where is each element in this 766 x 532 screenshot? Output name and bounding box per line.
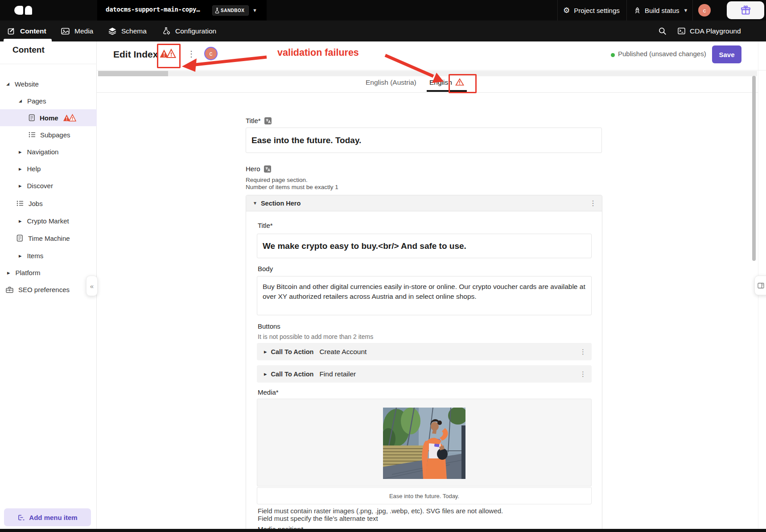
sidebar-item-label: Discover bbox=[27, 182, 53, 190]
cta-value: Create Account bbox=[319, 348, 367, 356]
caret-collapsed-icon[interactable]: ▸ bbox=[264, 371, 267, 377]
media-upload-area[interactable] bbox=[257, 399, 592, 487]
content-sidebar: Content ◢ Website ◢ Pages Home bbox=[0, 41, 97, 529]
save-button[interactable]: Save bbox=[712, 45, 741, 63]
buttons-hint: It is not possible to add more than 2 it… bbox=[258, 333, 373, 340]
sidebar-item-home[interactable]: Home bbox=[0, 109, 97, 126]
cta-block-find-retailer[interactable]: ▸ Call To Action Find retailer ⋮ bbox=[257, 365, 592, 383]
sidebar-item-crypto-market[interactable]: ▸ Crypto Market bbox=[0, 212, 97, 229]
rocket-icon bbox=[634, 7, 641, 14]
caret-collapsed-icon[interactable]: ▸ bbox=[19, 148, 22, 155]
locale-tab-english-austria[interactable]: English (Austria) bbox=[366, 78, 416, 87]
block-actions-menu[interactable]: ⋮ bbox=[589, 199, 597, 207]
hero-hint-required: Required page section. bbox=[246, 177, 308, 183]
save-label: Save bbox=[719, 51, 734, 58]
translate-icon bbox=[264, 117, 272, 126]
caret-expanded-icon[interactable]: ◢ bbox=[6, 82, 9, 86]
cta-block-create-account[interactable]: ▸ Call To Action Create Account ⋮ bbox=[257, 343, 592, 360]
cta-actions-menu[interactable]: ⋮ bbox=[580, 370, 586, 378]
collapse-sidebar-button[interactable]: « bbox=[86, 276, 98, 296]
field-label-title: Title* bbox=[246, 117, 272, 126]
sidebar-item-subpages[interactable]: Subpages bbox=[0, 126, 97, 143]
list-icon bbox=[29, 132, 36, 138]
caret-collapsed-icon[interactable]: ▸ bbox=[264, 348, 267, 355]
publish-status-label: Published (unsaved changes) bbox=[618, 50, 706, 58]
media-error-alt-text: Field must specify the file's alternate … bbox=[258, 515, 378, 522]
caret-collapsed-icon[interactable]: ▸ bbox=[19, 182, 22, 189]
cda-playground-button[interactable]: CDA Playground bbox=[678, 21, 741, 41]
annotation-box-record-warning bbox=[157, 44, 181, 68]
chevron-down-icon: ▼ bbox=[684, 8, 688, 13]
hero-title-input[interactable]: We make crypto easy to buy.<br/> And saf… bbox=[257, 234, 592, 258]
nav-tab-content[interactable]: Content bbox=[8, 21, 46, 41]
document-icon bbox=[29, 114, 35, 121]
sidebar-item-platform[interactable]: ▸ Platform bbox=[0, 264, 97, 281]
vertical-scrollbar-thumb[interactable] bbox=[752, 76, 756, 261]
sidebar-item-help[interactable]: ▸ Help bbox=[0, 160, 97, 177]
field-label-body: Body bbox=[258, 265, 273, 272]
nav-tab-media[interactable]: Media bbox=[61, 21, 93, 41]
main-nav: Content Media Schema Configur bbox=[0, 21, 766, 41]
media-image[interactable] bbox=[383, 408, 465, 479]
flask-icon bbox=[215, 8, 219, 13]
field-label-hero: Hero bbox=[246, 165, 271, 174]
sidebar-item-pages[interactable]: ◢ Pages bbox=[0, 92, 97, 109]
cda-playground-label: CDA Playground bbox=[690, 27, 741, 35]
nav-tab-configuration[interactable]: Configuration bbox=[163, 21, 216, 41]
section-hero-block: ▼ Section Hero ⋮ Title* We make crypto e… bbox=[246, 195, 602, 532]
build-status-button[interactable]: Build status ▼ bbox=[634, 0, 688, 21]
horizontal-scrollbar[interactable] bbox=[98, 71, 757, 76]
window-bottom-edge bbox=[0, 529, 766, 532]
divider bbox=[626, 0, 627, 21]
media-caption: Ease into the future. Today. bbox=[389, 493, 459, 499]
hero-body-textarea[interactable]: Buy Bitcoin and other digital currencies… bbox=[257, 276, 592, 315]
divider bbox=[97, 92, 758, 93]
media-error-raster: Field must contain raster images (.png, … bbox=[258, 507, 503, 515]
caret-collapsed-icon[interactable]: ▸ bbox=[7, 269, 10, 276]
sidebar-item-jobs[interactable]: Jobs bbox=[0, 195, 97, 212]
open-panel-button[interactable] bbox=[754, 276, 766, 295]
project-switcher[interactable]: datocms-support-main-copy… SANDBOX ▼ bbox=[97, 0, 267, 21]
title-value: Ease into the future. Today. bbox=[246, 136, 361, 145]
sidebar-item-navigation[interactable]: ▸ Navigation bbox=[0, 143, 97, 160]
validation-warning-icon bbox=[63, 114, 76, 122]
caret-down-icon[interactable]: ▼ bbox=[253, 201, 257, 206]
locale-warning-icon bbox=[455, 78, 464, 86]
divider bbox=[97, 70, 766, 70]
section-hero-header[interactable]: ▼ Section Hero ⋮ bbox=[246, 195, 602, 211]
record-actions-menu[interactable]: ⋮ bbox=[187, 50, 195, 58]
gift-icon bbox=[741, 5, 751, 16]
cta-value: Find retailer bbox=[319, 370, 356, 378]
horizontal-scrollbar-thumb[interactable] bbox=[98, 71, 168, 76]
add-menu-item-button[interactable]: Add menu item bbox=[4, 508, 91, 526]
project-settings-button[interactable]: ⚙ Project settings bbox=[563, 0, 620, 21]
cta-type-label: Call To Action bbox=[271, 371, 314, 378]
sidebar-item-label: Platform bbox=[16, 269, 41, 276]
field-label-inner-title: Title* bbox=[258, 222, 273, 229]
search-button[interactable] bbox=[659, 27, 667, 37]
title-input[interactable]: Ease into the future. Today. bbox=[246, 128, 602, 153]
caret-collapsed-icon[interactable]: ▸ bbox=[19, 252, 22, 259]
user-avatar[interactable]: c bbox=[698, 4, 711, 16]
build-status-label: Build status bbox=[645, 7, 680, 14]
gear-icon: ⚙ bbox=[563, 6, 570, 15]
nav-tab-schema[interactable]: Schema bbox=[108, 21, 147, 41]
sidebar-item-discover[interactable]: ▸ Discover bbox=[0, 177, 97, 194]
caret-collapsed-icon[interactable]: ▸ bbox=[19, 218, 22, 224]
search-icon bbox=[659, 27, 667, 35]
sidebar-item-label: Website bbox=[15, 80, 39, 88]
caret-expanded-icon[interactable]: ◢ bbox=[19, 99, 22, 103]
sidebar-item-seo-preferences[interactable]: SEO preferences bbox=[0, 281, 97, 298]
project-settings-label: Project settings bbox=[574, 7, 620, 14]
cta-actions-menu[interactable]: ⋮ bbox=[580, 348, 586, 356]
caret-collapsed-icon[interactable]: ▸ bbox=[19, 165, 22, 172]
sidebar-item-label: SEO preferences bbox=[18, 286, 70, 293]
sidebar-item-website[interactable]: ◢ Website bbox=[0, 75, 97, 92]
sidebar-title: Content bbox=[12, 45, 45, 55]
sidebar-item-items[interactable]: ▸ Items bbox=[0, 247, 97, 264]
datocms-logo[interactable] bbox=[14, 6, 32, 15]
whats-new-gift-button[interactable] bbox=[727, 1, 764, 19]
sidebar-item-time-machine[interactable]: Time Machine bbox=[0, 230, 97, 247]
hero-title-value: We make crypto easy to buy.<br/> And saf… bbox=[257, 241, 466, 251]
editor-presence-avatar[interactable]: c bbox=[204, 47, 218, 60]
